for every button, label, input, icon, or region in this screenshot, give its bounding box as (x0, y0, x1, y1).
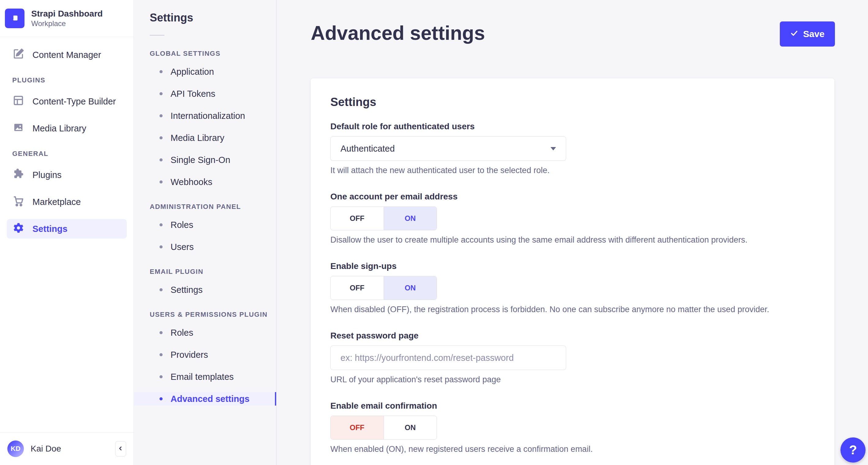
card-title: Settings (330, 95, 815, 109)
subnav-item-label: Providers (170, 350, 208, 360)
subnav-item-label: Settings (170, 285, 203, 295)
default-role-select-value: Authenticated (340, 144, 395, 154)
field-one-account: One account per email address OFF ON Dis… (330, 192, 815, 245)
subnav-item-label: Application (170, 67, 214, 77)
default-role-hint: It will attach the new authenticated use… (330, 166, 815, 175)
collapse-sidebar-button[interactable] (115, 441, 126, 457)
brand-subtitle: Workplace (31, 19, 102, 28)
sidebar-item-content-type-builder[interactable]: Content-Type Builder (7, 92, 127, 111)
sidebar-item-settings[interactable]: Settings (7, 219, 127, 239)
subnav-item-single-sign-on[interactable]: Single Sign-On (134, 153, 276, 167)
bullet-icon (159, 353, 162, 356)
subnav-item-email-settings[interactable]: Settings (134, 283, 276, 296)
field-reset-password: Reset password page URL of your applicat… (330, 331, 815, 384)
subnav-item-providers[interactable]: Providers (134, 348, 276, 361)
reset-password-hint: URL of your application's reset password… (330, 375, 815, 384)
reset-password-label: Reset password page (330, 331, 815, 341)
chevron-left-icon (118, 445, 124, 453)
subnav-item-label: Webhooks (170, 177, 213, 187)
subnav-title: Settings (134, 11, 276, 25)
field-default-role: Default role for authenticated users Aut… (330, 122, 815, 175)
cart-icon (12, 195, 25, 209)
avatar[interactable]: KD (7, 440, 24, 457)
email-confirmation-toggle-off[interactable]: OFF (331, 416, 384, 439)
puzzle-icon (12, 168, 25, 182)
sidebar-item-marketplace[interactable]: Marketplace (7, 192, 127, 212)
bullet-icon (159, 158, 162, 162)
sidebar-item-media-library[interactable]: Media Library (7, 119, 127, 138)
subnav-item-label: Media Library (170, 133, 224, 143)
subnav-item-advanced-settings[interactable]: Advanced settings (134, 392, 276, 406)
main-sidebar: Strapi Dashboard Workplace Content Manag… (0, 0, 134, 465)
bullet-icon (159, 288, 162, 291)
one-account-toggle-off[interactable]: OFF (331, 207, 384, 230)
sidebar-item-label: Plugins (32, 170, 62, 180)
subnav-item-media-library[interactable]: Media Library (134, 131, 276, 145)
subnav-item-api-tokens[interactable]: API Tokens (134, 87, 276, 100)
brand-text: Strapi Dashboard Workplace (31, 8, 102, 28)
sidebar-item-label: Media Library (32, 123, 86, 134)
save-button[interactable]: Save (780, 22, 835, 47)
one-account-hint: Disallow the user to create multiple acc… (330, 235, 815, 245)
one-account-label: One account per email address (330, 192, 815, 202)
bullet-icon (159, 375, 162, 378)
chevron-down-icon (551, 147, 556, 150)
sign-ups-toggle-on[interactable]: ON (384, 276, 437, 299)
subnav-item-label: Single Sign-On (170, 155, 230, 165)
sidebar-item-plugins[interactable]: Plugins (7, 165, 127, 185)
subnav-item-label: Internationalization (170, 111, 245, 121)
sidebar-item-content-manager[interactable]: Content Manager (7, 45, 127, 65)
subnav-header-administration-panel: ADMINISTRATION PANEL (134, 203, 276, 211)
reset-password-input[interactable] (330, 346, 566, 370)
bullet-icon (159, 70, 162, 73)
bullet-icon (159, 180, 162, 183)
help-button[interactable]: ? (840, 437, 866, 463)
one-account-toggle: OFF ON (330, 206, 437, 230)
bullet-icon (159, 136, 162, 139)
default-role-select[interactable]: Authenticated (330, 136, 566, 161)
email-confirmation-label: Enable email confirmation (330, 401, 815, 411)
sidebar-footer: KD Kai Doe (0, 432, 133, 465)
save-button-label: Save (803, 29, 825, 39)
bullet-icon (159, 397, 162, 400)
subnav-header-email-plugin: EMAIL PLUGIN (134, 268, 276, 276)
subnav-item-webhooks[interactable]: Webhooks (134, 175, 276, 189)
subnav-item-label: Roles (170, 220, 193, 230)
subnav-item-internationalization[interactable]: Internationalization (134, 109, 276, 122)
sign-ups-label: Enable sign-ups (330, 261, 815, 271)
default-role-label: Default role for authenticated users (330, 122, 815, 132)
subnav-item-email-templates[interactable]: Email templates (134, 370, 276, 383)
subnav-header-global-settings: GLOBAL SETTINGS (134, 50, 276, 58)
gear-icon (12, 222, 25, 236)
one-account-toggle-on[interactable]: ON (384, 207, 437, 230)
sidebar-item-label: Content Manager (32, 50, 101, 60)
settings-subnav: Settings GLOBAL SETTINGS Application API… (134, 0, 277, 465)
email-confirmation-toggle: OFF ON (330, 416, 437, 440)
bullet-icon (159, 331, 162, 334)
sign-ups-toggle: OFF ON (330, 276, 437, 300)
subnav-header-users-permissions-plugin: USERS & PERMISSIONS PLUGIN (134, 311, 276, 319)
sidebar-section-header-general: GENERAL (12, 150, 127, 158)
subnav-item-up-roles[interactable]: Roles (134, 326, 276, 340)
sign-ups-toggle-off[interactable]: OFF (331, 276, 384, 299)
subnav-item-admin-users[interactable]: Users (134, 240, 276, 254)
subnav-divider (150, 35, 164, 35)
subnav-item-label: Advanced settings (170, 394, 250, 404)
brand-title: Strapi Dashboard (31, 8, 102, 19)
bullet-icon (159, 223, 162, 226)
email-confirmation-toggle-on[interactable]: ON (384, 416, 437, 439)
subnav-item-admin-roles[interactable]: Roles (134, 218, 276, 232)
subnav-item-label: Email templates (170, 372, 234, 382)
sidebar-item-label: Settings (32, 224, 67, 234)
subnav-item-label: Roles (170, 328, 193, 338)
subnav-item-application[interactable]: Application (134, 65, 276, 79)
user-name: Kai Doe (31, 444, 108, 454)
page-title: Advanced settings (311, 21, 485, 45)
field-sign-ups: Enable sign-ups OFF ON When disabled (OF… (330, 261, 815, 314)
sign-ups-hint: When disabled (OFF), the registration pr… (330, 305, 815, 314)
brand-home-link[interactable]: Strapi Dashboard Workplace (0, 0, 133, 37)
check-icon (790, 29, 798, 39)
app-root: Strapi Dashboard Workplace Content Manag… (0, 0, 868, 465)
sidebar-item-label: Marketplace (32, 197, 81, 207)
email-confirmation-hint: When enabled (ON), new registered users … (330, 444, 815, 454)
